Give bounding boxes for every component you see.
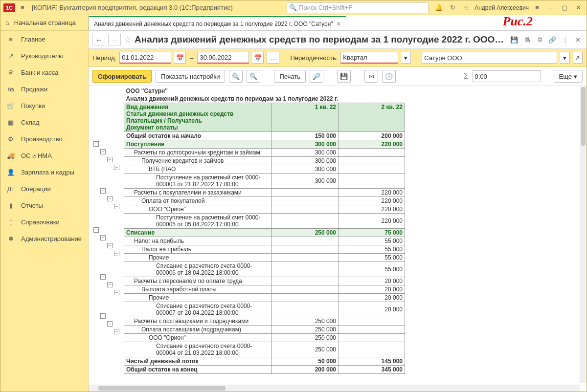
nav-item-11[interactable]: ▯Справочники bbox=[0, 214, 88, 230]
print-preview-icon[interactable]: 🔎 bbox=[310, 70, 323, 83]
print-icon[interactable]: 🖶 bbox=[522, 35, 532, 44]
expand-icon[interactable]: − bbox=[107, 243, 113, 248]
save-file-icon[interactable]: 💾 bbox=[337, 70, 351, 83]
table-row[interactable]: Расчеты с персоналом по оплате труда20 0… bbox=[124, 277, 405, 285]
history-icon[interactable]: ↻ bbox=[447, 2, 458, 13]
nav-item-10[interactable]: ▮Отчеты bbox=[0, 197, 88, 214]
nav-item-2[interactable]: ₽Банк и касса bbox=[0, 64, 88, 81]
nav-item-6[interactable]: ⚙Производство bbox=[0, 131, 88, 147]
close-page-icon[interactable]: ✕ bbox=[573, 35, 583, 44]
expand-icon[interactable]: − bbox=[114, 165, 119, 170]
period-picker-button[interactable]: … bbox=[267, 52, 279, 64]
minimize-icon[interactable]: — bbox=[545, 2, 556, 13]
email-icon[interactable]: ✉ bbox=[364, 70, 378, 83]
table-row[interactable]: Расчеты с покупателями и заказчиками220 … bbox=[124, 189, 405, 197]
bell-icon[interactable]: 🔔 bbox=[433, 2, 444, 13]
org-open-icon[interactable]: ↗ bbox=[573, 52, 583, 64]
date-from-calendar-icon[interactable]: 📅 bbox=[174, 52, 186, 64]
copy-icon[interactable]: ⧉ bbox=[535, 35, 544, 44]
star-icon[interactable]: ☆ bbox=[461, 2, 472, 13]
table-row[interactable]: Оплата поставщикам (подрядчикам)250 000 bbox=[124, 326, 405, 334]
clear-search-icon[interactable]: 🔍̶ bbox=[247, 70, 260, 83]
nav-item-5[interactable]: ▦Склад bbox=[0, 114, 88, 131]
periodicity-dropdown-icon[interactable]: ▾ bbox=[401, 52, 411, 64]
more-icon[interactable]: ⋮ bbox=[560, 35, 570, 44]
current-user[interactable]: Андрей Алексеевич bbox=[474, 4, 529, 11]
date-to-input[interactable]: 30.06.2022 bbox=[197, 52, 249, 64]
table-row[interactable]: Списание с расчетного счета 0000-000004 … bbox=[124, 342, 405, 357]
vertical-scrollbar[interactable] bbox=[580, 86, 587, 383]
table-row[interactable]: Налог на прибыль55 000 bbox=[124, 245, 405, 254]
sum-input[interactable]: 0,00 bbox=[473, 70, 541, 82]
schedule-icon[interactable]: 🕓 bbox=[382, 70, 396, 83]
table-row[interactable]: ВТБ (ПАО300 000 bbox=[124, 165, 405, 174]
table-row[interactable]: Списание250 00075 000 bbox=[124, 229, 405, 237]
generate-button[interactable]: Сформировать bbox=[92, 70, 152, 83]
expand-icon[interactable]: − bbox=[100, 274, 106, 280]
expand-icon[interactable]: − bbox=[114, 329, 119, 334]
nav-item-7[interactable]: 🚚ОС и НМА bbox=[0, 147, 88, 164]
table-row[interactable]: Расчеты с поставщиками и подрядчиками250… bbox=[124, 317, 405, 326]
maximize-icon[interactable]: ▢ bbox=[559, 2, 570, 13]
table-row[interactable]: Расчеты по долгосрочным кредитам и займа… bbox=[124, 149, 405, 157]
show-settings-button[interactable]: Показать настройки bbox=[156, 70, 225, 83]
expand-icon[interactable]: − bbox=[114, 204, 119, 209]
nav-item-8[interactable]: 👤Зарплата и кадры bbox=[0, 164, 88, 180]
horizontal-scrollbar[interactable] bbox=[89, 385, 580, 392]
table-row[interactable]: Поступление на расчетный счет 0000-00000… bbox=[124, 214, 405, 229]
table-row[interactable]: ООО "Орион"220 000 bbox=[124, 205, 405, 214]
close-window-icon[interactable]: ✕ bbox=[573, 2, 584, 13]
nav-item-0[interactable]: ≡Главное bbox=[0, 31, 88, 47]
expand-icon[interactable]: − bbox=[100, 313, 106, 319]
expand-icon[interactable]: − bbox=[107, 196, 113, 201]
org-dropdown-icon[interactable]: ▾ bbox=[560, 52, 570, 64]
table-row[interactable]: Поступление300 000220 000 bbox=[124, 140, 405, 149]
date-to-calendar-icon[interactable]: 📅 bbox=[252, 52, 264, 64]
table-row[interactable]: Списание с расчетного счета 0000-000007 … bbox=[124, 302, 405, 317]
expand-icon[interactable]: − bbox=[107, 282, 113, 287]
table-row[interactable]: Чистый денежный поток50 000145 000 bbox=[124, 357, 405, 366]
table-row[interactable]: Списание с расчетного счета 0000-000006 … bbox=[124, 262, 405, 277]
date-from-input[interactable]: 01.01.2022 bbox=[119, 52, 171, 64]
table-row[interactable]: Поступление на расчетный счет 0000-00000… bbox=[124, 174, 405, 189]
table-row[interactable]: Получение кредитов и займов300 000 bbox=[124, 157, 405, 165]
save-icon[interactable]: 💾 bbox=[509, 35, 519, 44]
expand-icon[interactable]: − bbox=[107, 321, 113, 327]
table-row[interactable]: Налог на прибыль55 000 bbox=[124, 237, 405, 245]
favorite-icon[interactable]: ☆ bbox=[124, 34, 132, 45]
tab-close-icon[interactable]: ✕ bbox=[336, 21, 341, 27]
table-row[interactable]: ООО "Орион"250 000 bbox=[124, 334, 405, 342]
global-search[interactable]: 🔍 Поиск Ctrl+Shift+F bbox=[287, 2, 429, 13]
forward-button[interactable]: → bbox=[108, 34, 121, 45]
expand-icon[interactable]: − bbox=[93, 141, 99, 147]
table-row[interactable]: Прочие20 000 bbox=[124, 294, 405, 302]
table-row[interactable]: Общий остаток на начало150 000200 000 bbox=[124, 132, 405, 140]
table-row[interactable]: Оплата от покупателей220 000 bbox=[124, 197, 405, 205]
table-row[interactable]: Общий остаток на конец200 000345 000 bbox=[124, 366, 405, 374]
organization-input[interactable]: Сатурн ООО bbox=[422, 52, 557, 64]
nav-item-3[interactable]: 🛍Продажи bbox=[0, 81, 88, 97]
table-row[interactable]: Прочие55 000 bbox=[124, 254, 405, 262]
periodicity-select[interactable]: Квартал bbox=[340, 52, 398, 64]
back-button[interactable]: ← bbox=[92, 34, 105, 45]
tab-report[interactable]: Анализ движений денежных средств по пери… bbox=[89, 16, 346, 30]
expand-icon[interactable]: − bbox=[100, 188, 106, 194]
print-button[interactable]: Печать bbox=[274, 70, 306, 83]
nav-item-4[interactable]: 🛒Покупки bbox=[0, 97, 88, 114]
home-link[interactable]: ⌂ Начальная страница bbox=[0, 15, 88, 31]
link-icon[interactable]: 🔗 bbox=[547, 35, 557, 44]
expand-icon[interactable]: − bbox=[114, 251, 119, 256]
nav-item-9[interactable]: ДтОперации bbox=[0, 180, 88, 197]
menu-icon[interactable]: ≡ bbox=[17, 2, 28, 13]
nav-item-1[interactable]: ↗Руководителю bbox=[0, 47, 88, 64]
more-button[interactable]: Еще▾ bbox=[554, 70, 583, 83]
expand-icon[interactable]: − bbox=[93, 227, 99, 233]
expand-icon[interactable]: − bbox=[100, 235, 106, 240]
user-menu-icon[interactable]: ≡ bbox=[532, 2, 542, 13]
expand-icon[interactable]: − bbox=[107, 157, 113, 162]
table-row[interactable]: Выплата заработной платы20 000 bbox=[124, 285, 405, 294]
nav-item-12[interactable]: ✱Администрирование bbox=[0, 230, 88, 247]
expand-icon[interactable]: − bbox=[100, 149, 106, 154]
search-report-icon[interactable]: 🔍 bbox=[229, 70, 243, 83]
expand-icon[interactable]: − bbox=[114, 290, 119, 295]
